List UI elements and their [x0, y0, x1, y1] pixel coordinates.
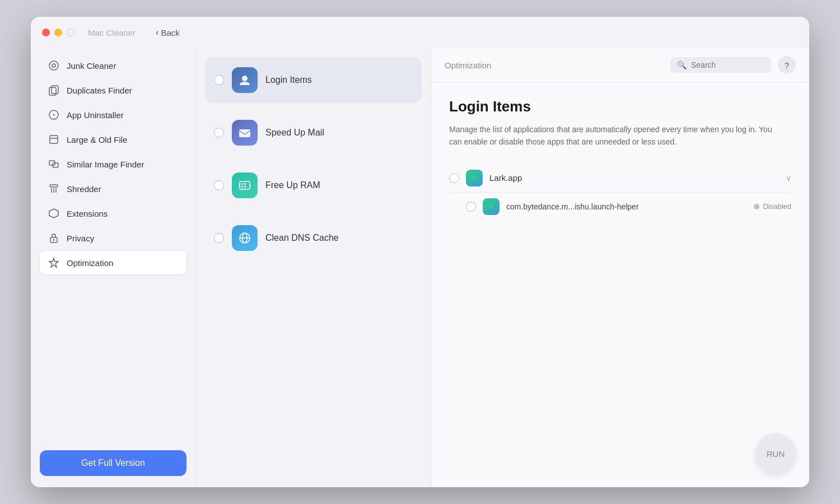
lark-helper-status-label: Disabled	[763, 202, 791, 211]
get-full-version-button[interactable]: Get Full Version	[40, 450, 186, 476]
right-body: Login Items Manage the list of applicati…	[431, 82, 809, 487]
clean-dns-cache-radio[interactable]	[214, 233, 224, 243]
sidebar-label-extensions: Extensions	[67, 209, 108, 218]
lark-helper-radio[interactable]	[466, 202, 476, 212]
app-group-lark: Lark.app ∨ com.bytedance.m...ishu.launc	[449, 164, 791, 221]
free-up-ram-label: Free Up RAM	[265, 180, 320, 190]
lark-helper-status-badge: Disabled	[754, 202, 791, 211]
opt-item-clean-dns-cache[interactable]: Clean DNS Cache	[205, 215, 422, 261]
lark-chevron-icon[interactable]: ∨	[786, 174, 791, 183]
sidebar-label-privacy: Privacy	[67, 234, 94, 243]
opt-item-login-items[interactable]: Login Items	[205, 57, 422, 103]
svg-rect-20	[241, 183, 243, 185]
sidebar-label-junk-cleaner: Junk Cleaner	[67, 61, 116, 71]
duplicates-finder-icon	[48, 84, 60, 96]
svg-rect-21	[244, 183, 246, 185]
optimization-icon	[48, 256, 60, 269]
svg-rect-3	[52, 86, 58, 94]
large-old-file-icon	[48, 133, 60, 146]
back-label: Back	[161, 28, 179, 38]
svg-rect-10	[50, 185, 58, 187]
sidebar-item-app-uninstaller[interactable]: App Uninstaller	[40, 103, 186, 127]
svg-point-16	[53, 239, 55, 241]
svg-rect-23	[244, 186, 246, 188]
detail-title: Login Items	[449, 98, 791, 115]
title-bar: Mac Cleaner ‹ Back	[31, 17, 809, 48]
traffic-lights	[42, 29, 74, 36]
svg-marker-14	[49, 209, 58, 218]
svg-point-1	[52, 64, 55, 67]
opt-item-speed-up-mail[interactable]: Speed Up Mail	[205, 110, 422, 156]
speed-up-mail-label: Speed Up Mail	[265, 128, 324, 138]
search-icon: 🔍	[677, 60, 687, 69]
svg-rect-6	[50, 136, 58, 143]
privacy-icon	[48, 232, 60, 244]
junk-cleaner-icon	[48, 59, 60, 72]
main-content: Junk Cleaner Duplicates Finder	[31, 48, 809, 487]
minimize-button[interactable]	[54, 29, 62, 36]
lark-icon	[466, 170, 483, 186]
sidebar-label-optimization: Optimization	[67, 258, 113, 268]
clean-dns-cache-icon	[232, 225, 258, 251]
login-items-label: Login Items	[265, 75, 312, 85]
free-up-ram-radio[interactable]	[214, 180, 224, 190]
lark-radio[interactable]	[449, 173, 459, 183]
extensions-icon	[48, 207, 60, 220]
search-box[interactable]: 🔍	[670, 57, 771, 73]
shredder-icon	[48, 183, 60, 195]
right-header: Optimization 🔍 ?	[431, 48, 809, 82]
right-header-title: Optimization	[445, 60, 491, 70]
right-panel: Optimization 🔍 ? Login Items Manage the …	[431, 48, 809, 487]
main-window: Mac Cleaner ‹ Back Junk Cleaner	[31, 17, 809, 487]
sidebar-label-app-uninstaller: App Uninstaller	[67, 110, 124, 120]
lark-helper-icon	[483, 198, 500, 215]
close-button[interactable]	[42, 29, 50, 36]
sidebar-item-similar-image-finder[interactable]: Similar Image Finder	[40, 152, 186, 176]
back-chevron-icon: ‹	[156, 27, 158, 38]
svg-rect-18	[239, 129, 250, 137]
center-panel: Login Items Speed Up Mail	[196, 48, 431, 487]
sidebar-label-duplicates-finder: Duplicates Finder	[67, 86, 132, 95]
svg-point-0	[49, 61, 58, 70]
sidebar-item-extensions[interactable]: Extensions	[40, 202, 186, 225]
sidebar-label-large-old-file: Large & Old File	[67, 135, 127, 144]
sidebar-item-large-old-file[interactable]: Large & Old File	[40, 128, 186, 151]
back-button[interactable]: ‹ Back	[156, 27, 180, 38]
status-dot	[754, 204, 759, 209]
sidebar-item-privacy[interactable]: Privacy	[40, 226, 186, 250]
sidebar-item-optimization[interactable]: Optimization	[40, 251, 186, 274]
sidebar-label-shredder: Shredder	[67, 184, 101, 194]
speed-up-mail-icon	[232, 120, 258, 146]
sidebar-item-shredder[interactable]: Shredder	[40, 177, 186, 200]
svg-point-5	[53, 114, 55, 116]
svg-rect-2	[49, 87, 56, 95]
sidebar-label-similar-image-finder: Similar Image Finder	[67, 160, 144, 169]
free-up-ram-icon	[232, 172, 258, 198]
svg-rect-19	[240, 181, 250, 189]
app-uninstaller-icon	[48, 109, 60, 121]
login-items-icon	[232, 67, 258, 93]
help-button[interactable]: ?	[778, 56, 796, 74]
sub-row-lark-helper[interactable]: com.bytedance.m...ishu.launch-helper Dis…	[449, 193, 791, 221]
lark-app-name: Lark.app	[489, 173, 779, 183]
opt-item-free-up-ram[interactable]: Free Up RAM	[205, 162, 422, 208]
lark-helper-name: com.bytedance.m...ishu.launch-helper	[506, 202, 747, 211]
clean-dns-cache-label: Clean DNS Cache	[265, 233, 339, 243]
app-title: Mac Cleaner	[88, 28, 136, 38]
speed-up-mail-radio[interactable]	[214, 128, 224, 138]
search-input[interactable]	[691, 60, 789, 69]
run-button[interactable]: RUN	[755, 433, 796, 474]
maximize-button[interactable]	[67, 29, 74, 36]
svg-rect-22	[241, 186, 243, 188]
login-items-radio[interactable]	[214, 75, 224, 85]
sidebar-item-duplicates-finder[interactable]: Duplicates Finder	[40, 78, 186, 102]
detail-description: Manage the list of applications that are…	[449, 123, 774, 148]
svg-point-17	[242, 76, 248, 81]
similar-image-finder-icon	[48, 158, 60, 170]
sidebar-item-junk-cleaner[interactable]: Junk Cleaner	[40, 54, 186, 77]
sidebar: Junk Cleaner Duplicates Finder	[31, 48, 196, 487]
app-row-lark[interactable]: Lark.app ∨	[449, 164, 791, 193]
